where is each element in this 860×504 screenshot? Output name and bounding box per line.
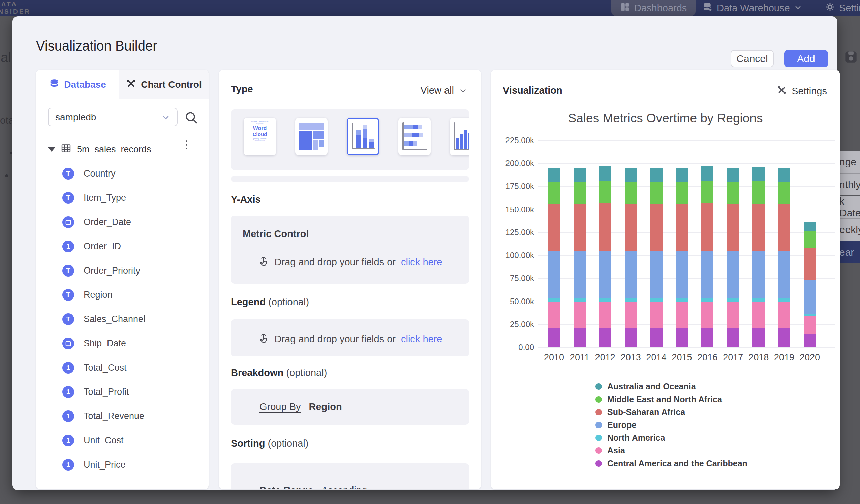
field-row[interactable]: 1Total_Profit — [62, 384, 129, 400]
chart-type-word-cloud[interactable]: areas divisionkeyfactWordCloud[cols] com… — [244, 118, 276, 155]
field-row[interactable]: 1Order_ID — [62, 238, 121, 254]
bar-segment — [804, 333, 816, 347]
legend-item[interactable]: Central America and the Caribbean — [596, 457, 747, 470]
field-row[interactable]: TSales_Channel — [62, 311, 145, 327]
breakdown-optional: (optional) — [286, 367, 327, 378]
bar-segment — [804, 222, 816, 231]
bar-segment — [778, 329, 790, 347]
metric-click-here-link[interactable]: click here — [401, 257, 443, 268]
caret-down-icon[interactable] — [48, 147, 55, 152]
cancel-button[interactable]: Cancel — [731, 50, 774, 67]
group-by-value[interactable]: Region — [309, 401, 342, 412]
view-all-label: View all — [420, 85, 454, 96]
chart-type-stacked-bar[interactable] — [398, 118, 431, 155]
bar-segment — [625, 204, 637, 251]
kebab-menu-icon[interactable]: ⋮ — [182, 142, 192, 147]
horizontal-scrollbar[interactable] — [231, 176, 469, 182]
legend-item[interactable]: Europe — [596, 418, 747, 431]
chart-settings-button[interactable]: Settings — [777, 85, 827, 97]
field-name: Order_ID — [84, 241, 121, 252]
legend-item[interactable]: Asia — [596, 444, 747, 457]
top-navbar: DATA INSIDER Dashboards Data Warehouse S… — [0, 0, 860, 16]
tab-database-label: Database — [64, 79, 106, 90]
chart-type-histogram[interactable] — [450, 118, 469, 155]
table-node[interactable]: 5m_sales_records — [48, 142, 200, 157]
x-axis-tick-label: 2019 — [771, 352, 798, 363]
database-select[interactable]: sampledb — [48, 108, 177, 126]
number-field-icon: 1 — [62, 411, 74, 422]
sorting-heading: Sorting (optional) — [231, 438, 309, 449]
breakdown-dropzone[interactable]: Group By Region — [231, 389, 469, 425]
field-name: Unit_Cost — [84, 435, 124, 446]
number-field-icon: 1 — [62, 459, 74, 471]
sort-field[interactable]: Data Range — [259, 485, 313, 489]
field-row[interactable]: 1Unit_Price — [62, 457, 126, 473]
sort-value[interactable]: Ascending — [321, 485, 367, 489]
legend-item[interactable]: Sub-Saharan Africa — [596, 406, 747, 418]
view-all-dropdown[interactable]: View all — [420, 85, 468, 96]
bg-dropdown-item: ear — [838, 241, 860, 263]
legend-item[interactable]: North America — [596, 431, 747, 444]
bar-segment — [727, 302, 739, 329]
bar-segment — [778, 298, 790, 302]
bar-segment — [625, 302, 637, 329]
group-by-button[interactable]: Group By — [259, 401, 301, 412]
y-axis-heading: Y-Axis — [231, 194, 261, 205]
bg-dropdown-item: nge — [838, 150, 860, 173]
bar-segment — [625, 251, 637, 298]
metric-control-dropzone[interactable]: Metric Control Drag and drop your fields… — [231, 216, 469, 284]
sorting-heading-label: Sorting — [231, 438, 265, 449]
field-row[interactable]: TRegion — [62, 287, 113, 303]
y-axis-tick-label: 100.00k — [491, 251, 534, 260]
field-row[interactable]: Order_Date — [62, 214, 131, 230]
bar-segment — [701, 167, 713, 181]
field-row[interactable]: 1Total_Revenue — [62, 408, 144, 424]
tab-database[interactable]: Database — [36, 70, 119, 99]
gridline — [538, 347, 835, 348]
breakdown-heading-label: Breakdown — [231, 367, 283, 378]
bar-segment — [727, 251, 739, 298]
field-name: Total_Profit — [84, 387, 129, 397]
nav-dashboards[interactable]: Dashboards — [611, 0, 696, 16]
x-axis-tick-label: 2014 — [643, 352, 670, 363]
field-row[interactable]: TItem_Type — [62, 190, 126, 206]
legend-click-here-link[interactable]: click here — [401, 333, 443, 345]
bar-segment — [650, 302, 662, 329]
field-name: Order_Date — [84, 217, 131, 227]
field-row[interactable]: 1Unit_Cost — [62, 432, 124, 448]
tab-chart-control[interactable]: Chart Control — [119, 70, 209, 99]
nav-data-warehouse[interactable]: Data Warehouse — [703, 0, 802, 16]
chart-type-strip: areas divisionkeyfactWordCloud[cols] com… — [231, 110, 469, 170]
database-icon — [49, 78, 59, 91]
bar-segment — [574, 204, 586, 251]
chart-plot-area — [538, 141, 835, 347]
bg-dropdown-item: k Date — [838, 196, 860, 218]
sorting-dropzone[interactable]: Data Range Ascending — [231, 463, 469, 489]
text-field-icon: T — [62, 313, 74, 325]
bar-segment — [778, 182, 790, 204]
field-row[interactable]: Ship_Date — [62, 335, 126, 351]
number-field-icon: 1 — [62, 386, 74, 398]
tools-icon — [126, 78, 136, 91]
field-row[interactable]: TCountry — [62, 165, 116, 182]
chart-type-stacked-column[interactable] — [347, 118, 379, 155]
legend-color-dot — [596, 422, 602, 428]
legend-item[interactable]: Middle East and North Africa — [596, 393, 747, 406]
search-icon[interactable] — [184, 110, 199, 125]
legend-item[interactable]: Australia and Oceania — [596, 380, 747, 393]
legend-optional: (optional) — [268, 297, 309, 307]
legend-dropzone[interactable]: Drag and drop your fields or click here — [231, 319, 469, 357]
bar-segment — [650, 298, 662, 302]
field-name: Item_Type — [84, 193, 126, 203]
legend-label: North America — [607, 433, 665, 443]
chart-type-treemap[interactable] — [295, 118, 328, 155]
field-name: Total_Cost — [84, 362, 127, 373]
field-row[interactable]: TOrder_Priority — [62, 262, 140, 278]
bar-segment — [625, 182, 637, 204]
bar-segment — [599, 298, 611, 302]
legend-color-dot — [596, 384, 602, 390]
field-row[interactable]: 1Total_Cost — [62, 359, 127, 376]
nav-settings[interactable]: Settings — [825, 0, 860, 16]
field-name: Total_Revenue — [84, 411, 144, 421]
add-button[interactable]: Add — [784, 50, 828, 67]
